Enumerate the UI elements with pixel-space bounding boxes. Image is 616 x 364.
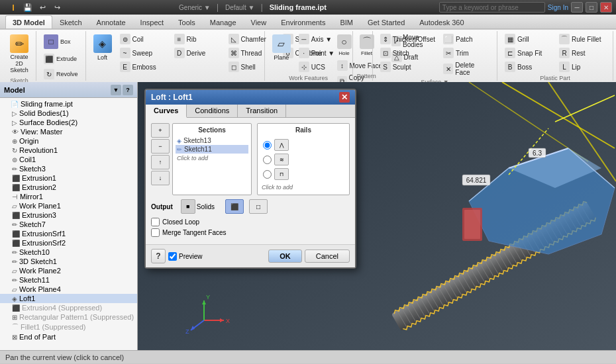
tree-item-solid-bodies[interactable]: ▷Solid Bodies(1) [0,109,137,118]
redo-button[interactable]: ↪ [50,1,64,14]
extrude-button[interactable]: ⬛ Extrude [40,52,81,66]
ucs-button[interactable]: ⊹ UCS [295,60,348,73]
tab-sketch[interactable]: Sketch [52,15,89,28]
tree-item-mirror1[interactable]: ⊣Mirror1 [0,192,137,201]
closed-loop-checkbox[interactable] [151,218,160,226]
tree-item-extrusion2[interactable]: ⬛Extrusion2 [0,183,137,192]
tree-item-surface-bodies[interactable]: ▷Surface Bodies(2) [0,118,137,127]
tab-bim[interactable]: BIM [333,15,360,28]
tree-item-sketch10[interactable]: ✏Sketch10 [0,248,137,257]
tab-get-started[interactable]: Get Started [360,15,412,28]
coil-button[interactable]: ⊚ Coil [117,32,170,46]
section-remove-btn[interactable]: − [151,139,170,154]
rails-click-to-add[interactable]: Click to add [260,183,346,192]
sketch11-item[interactable]: ✏ Sketch11 [176,145,248,154]
axis-button[interactable]: ─ Axis ▼ [295,32,348,46]
close-button[interactable]: ✕ [600,2,612,13]
minimize-button[interactable]: ─ [571,2,583,13]
app-logo[interactable]: I [7,1,20,14]
tree-item-fillet1-suppressed[interactable]: ⌒Fillet1 (Suppressed) [0,322,137,332]
transition-tab[interactable]: Transition [238,105,286,117]
output-btn-surface[interactable]: □ [249,199,268,214]
box-button[interactable]: □ Box [40,32,81,51]
tab-autodesk360[interactable]: Autodesk 360 [412,15,471,28]
tab-environments[interactable]: Environments [274,15,333,28]
loft-dialog-close[interactable]: ✕ [339,92,350,103]
conditions-tab[interactable]: Conditions [187,105,238,117]
tree-item-end-of-part[interactable]: ⊠End of Part [0,332,137,341]
sign-in-button[interactable]: Sign In [548,4,568,11]
merge-tangent-label[interactable]: Merge Tangent Faces [162,229,227,236]
tree-item-coil1[interactable]: ⊚Coil1 [0,155,137,164]
sections-click-to-add[interactable]: Click to add [176,154,248,163]
tree-item-view-master[interactable]: 👁View: Master [0,127,137,136]
tree-item-work-plane1[interactable]: ▱Work Plane1 [0,201,137,210]
output-btn-solid[interactable]: ⬛ [225,199,244,214]
plane-button[interactable]: ▱ Plane [269,32,294,63]
tab-inspect[interactable]: Inspect [133,15,171,28]
tree-item-rect-pattern1-suppressed[interactable]: ⊞Rectangular Pattern1 (Suppressed) [0,312,137,322]
rib-button[interactable]: ≡ Rib [171,32,224,46]
tab-view[interactable]: View [244,15,274,28]
tree-item-extrusion4-suppressed[interactable]: ⬛Extrusion4 (Suppressed) [0,303,137,312]
sweep-button[interactable]: ~ Sweep [117,46,170,60]
preview-label[interactable]: Preview [179,253,203,260]
section-add-btn[interactable]: + [151,123,170,138]
tree-item-extrusion-srf1[interactable]: ⬛ExtrusionSrf1 [0,229,137,238]
rail-radio-1[interactable]: ⋀ [263,139,344,151]
tab-3d-model[interactable]: 3D Model [5,15,52,28]
rest-button[interactable]: R Rest [556,46,609,60]
tree-item-sketch3[interactable]: ✏Sketch3 [0,164,137,173]
delete-face-button[interactable]: ✕ Delete Face [440,60,493,77]
tree-item-extrusion3[interactable]: ⬛Extrusion3 [0,210,137,220]
curves-tab[interactable]: Curves [146,105,187,118]
sidebar-filter-button[interactable]: ▼ [111,85,121,95]
emboss-button[interactable]: E Emboss [117,60,170,73]
tab-annotate[interactable]: Annotate [89,15,133,28]
tree-item-work-plane4[interactable]: ▱Work Plane4 [0,285,137,294]
thicken-offset-button[interactable]: ⇕ Thicken/Offset [377,32,438,46]
tree-item-extrusion-srf2[interactable]: ⬛ExtrusionSrf2 [0,238,137,248]
point-button[interactable]: · Point ▼ [295,46,348,60]
derive-button[interactable]: D Derive [171,46,224,60]
sculpt-button[interactable]: S Sculpt [377,60,438,73]
grill-button[interactable]: ▦ Grill [501,32,554,46]
tree-item-origin[interactable]: ⊕Origin [0,136,137,146]
tree-item-extrusion1[interactable]: ⬛Extrusion1 [0,173,137,183]
patch-button[interactable]: ⬜ Patch [440,32,493,46]
rule-fillet-button[interactable]: ⌒ Rule Fillet [556,32,609,46]
viewport-3d[interactable]: 64.821 6.3 X Y Z Loft : Loft1 ✕ [138,82,616,350]
tree-item-revolution1[interactable]: ↻Revolution1 [0,146,137,155]
closed-loop-label[interactable]: Closed Loop [162,218,199,226]
sketch13-item[interactable]: ◈ Sketch13 [176,136,248,145]
tab-manage[interactable]: Manage [203,15,244,28]
cancel-button[interactable]: Cancel [305,250,350,263]
ok-button[interactable]: OK [268,250,302,263]
sidebar-help-button[interactable]: ? [123,85,133,95]
revolve-button[interactable]: ↻ Revolve [40,67,81,81]
merge-tangent-checkbox[interactable] [151,228,160,237]
stitch-button[interactable]: ⊡ Stitch [377,46,438,60]
tree-item-sketch11[interactable]: ✏Sketch11 [0,275,137,285]
loft-button[interactable]: ◈ Loft [90,32,115,63]
search-input[interactable] [439,2,545,13]
create-2d-sketch-button[interactable]: ✏ Create2D Sketch [7,32,32,76]
section-down-btn[interactable]: ↓ [151,171,170,185]
rail-radio-3[interactable]: ⊓ [263,168,344,180]
rail-radio-2[interactable]: ≋ [263,154,344,165]
tree-item-sliding-frame[interactable]: 📄Sliding frame.ipt [0,99,137,109]
lip-button[interactable]: L Lip [556,60,609,73]
tab-tools[interactable]: Tools [171,15,203,28]
boss-button[interactable]: B Boss [501,60,554,73]
undo-button[interactable]: ↩ [36,1,49,14]
tree-item-sketch7[interactable]: ✏Sketch7 [0,220,137,229]
dialog-help-button[interactable]: ? [151,249,166,263]
preview-checkbox[interactable] [168,252,177,261]
tree-item-3d-sketch1[interactable]: ✏3D Sketch1 [0,257,137,266]
trim-button[interactable]: ✂ Trim [440,46,493,60]
tree-item-loft1[interactable]: ◈Loft1 [0,294,137,303]
tree-item-work-plane2[interactable]: ▱Work Plane2 [0,266,137,275]
snap-fit-button[interactable]: ⊏ Snap Fit [501,46,554,60]
save-button[interactable]: 💾 [21,1,34,14]
section-up-btn[interactable]: ↑ [151,155,170,169]
